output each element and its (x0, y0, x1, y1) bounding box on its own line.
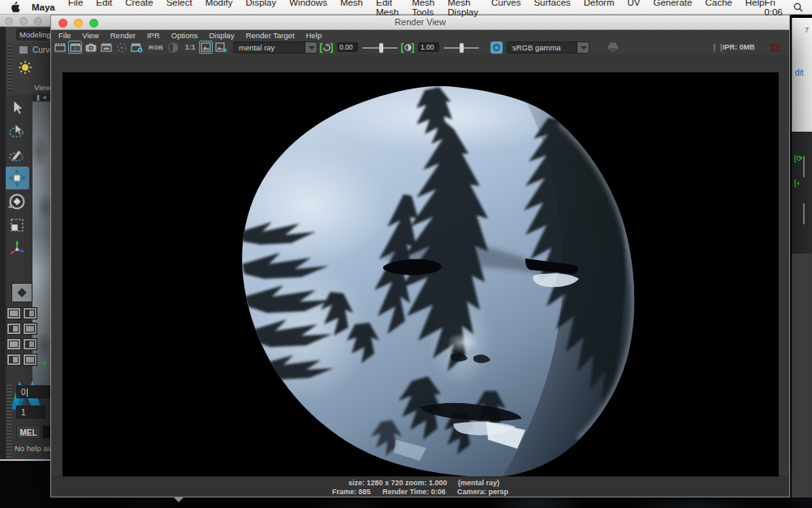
shelf-tab-icon[interactable] (19, 46, 28, 54)
os-menu-item[interactable]: UV (628, 0, 641, 17)
os-menu-item[interactable]: Surfaces (533, 0, 570, 17)
renderer-dropdown[interactable]: mental ray (233, 41, 317, 54)
window-title: Render View (51, 17, 789, 27)
apple-menu-icon[interactable] (10, 2, 20, 13)
inactive-minimize-button[interactable] (19, 17, 28, 25)
layout-four-pane-button[interactable] (6, 307, 21, 319)
os-menu-item[interactable]: Cache (705, 0, 732, 17)
display-contrast-icon[interactable]: [] (400, 41, 415, 54)
colorspace-dropdown[interactable]: sRGB gamma (507, 41, 590, 54)
paint-select-tool-button[interactable] (5, 143, 29, 166)
os-menu-item[interactable]: Select (166, 0, 192, 17)
layout-two-pane-button[interactable] (23, 307, 37, 319)
render-view-menu-item[interactable]: Render (110, 31, 136, 40)
lasso-select-tool-button[interactable] (5, 119, 29, 142)
render-view-menu-item[interactable]: Options (171, 31, 198, 40)
real-size-button[interactable]: 1:1 (185, 43, 196, 51)
render-region-icon[interactable] (68, 41, 82, 54)
snapshot-icon[interactable] (84, 41, 97, 54)
toolbar-icon-group: RGB 1:1 (53, 41, 230, 54)
os-menu-item[interactable]: File (68, 0, 84, 17)
layout-hypershade-button[interactable] (23, 338, 37, 350)
background-window-edge: 7 dit [⟳ [◐ (792, 15, 812, 497)
background-contrast-icon[interactable]: [◐ (794, 179, 801, 187)
contrast-field[interactable]: 1.00 (418, 42, 439, 52)
scale-tool-button[interactable] (5, 214, 29, 237)
os-menu-item[interactable]: Mesh Tools (412, 0, 434, 17)
menu-app-name[interactable]: Maya (32, 2, 55, 12)
move-tool-button[interactable] (5, 167, 29, 189)
os-menu-item[interactable]: Curves (491, 0, 520, 17)
contrast-slider-knob[interactable] (460, 43, 464, 53)
menuset-dropdown[interactable]: Modeling (16, 28, 51, 41)
os-menu-item[interactable]: Deform (584, 0, 615, 17)
menubar-clock[interactable]: Fri 0:06 (764, 0, 782, 17)
display-exposure-icon[interactable]: [] (319, 41, 334, 54)
panel-drag-handles[interactable] (6, 384, 12, 458)
rendered-image-canvas[interactable] (63, 72, 779, 476)
render-view-menu-item[interactable]: IPR (147, 31, 160, 40)
layout-extra-button[interactable] (23, 354, 37, 366)
sun-light-icon[interactable] (18, 60, 32, 75)
background-edit-link[interactable]: dit (795, 68, 804, 77)
last-tool-axis-icon[interactable] (5, 237, 29, 260)
os-menu-item[interactable]: Create (125, 0, 153, 17)
render-view-menu-item[interactable]: View (82, 31, 98, 40)
status-renderer-note: (mental ray) (458, 479, 499, 487)
inactive-zoom-button[interactable] (34, 17, 42, 25)
render-settings-icon[interactable] (130, 41, 144, 54)
print-icon[interactable] (606, 41, 620, 54)
rgb-channels-button[interactable]: RGB (149, 44, 163, 51)
render-view-menu-item[interactable]: Help (306, 31, 322, 40)
spotlight-search-icon[interactable] (793, 2, 803, 12)
os-menu-item[interactable]: Mesh Display (447, 0, 478, 17)
ipr-render-icon[interactable] (114, 41, 128, 54)
os-menu-item[interactable]: Help (745, 0, 765, 17)
inactive-close-button[interactable] (5, 17, 13, 25)
command-line-language-toggle[interactable]: MEL (16, 425, 41, 439)
layout-persp-outliner-button[interactable] (6, 323, 21, 335)
os-menu-item[interactable]: Modify (205, 0, 233, 17)
layout-persp-graph-button[interactable] (6, 338, 21, 350)
render-sequence-icon[interactable] (99, 41, 113, 54)
render-view-menu-item[interactable]: Render Target (246, 31, 295, 40)
render-view-menu-item[interactable]: File (58, 31, 71, 40)
render-view-titlebar[interactable]: Render View (51, 15, 789, 30)
remove-image-icon[interactable] (214, 41, 228, 54)
os-menu-item[interactable]: Mesh (340, 0, 363, 17)
viewport-camera-icon[interactable]: ❚◄ (32, 93, 51, 102)
background-slider-2[interactable] (803, 203, 805, 224)
ipr-stop-button[interactable] (771, 44, 779, 51)
range-start-field[interactable]: 0 (16, 385, 50, 398)
background-panel-strip (792, 254, 812, 497)
os-menu-item[interactable]: Edit Mesh (376, 0, 399, 17)
os-menu-item[interactable]: Edit (96, 0, 112, 17)
contrast-slider[interactable] (443, 47, 479, 49)
render-view-body (51, 54, 789, 476)
redo-previous-render-icon[interactable] (53, 41, 67, 54)
render-view-menu-item[interactable]: Display (209, 31, 235, 40)
range-end-field[interactable]: 1 (16, 406, 45, 419)
viewport-panel-menu-label[interactable]: View (34, 83, 50, 92)
layout-pane-button[interactable] (23, 323, 37, 335)
background-exposure-icon[interactable]: [⟳ (794, 154, 803, 163)
maya-main-titlebar[interactable] (0, 15, 51, 27)
color-management-icon[interactable] (490, 41, 503, 54)
layout-single-pane-button[interactable] (11, 283, 32, 302)
os-menu-item[interactable]: Generate (653, 0, 692, 17)
alpha-channel-icon[interactable] (166, 41, 180, 54)
background-slider[interactable] (803, 156, 805, 177)
select-tool-button[interactable] (5, 96, 29, 119)
exposure-slider-knob[interactable] (379, 43, 383, 53)
os-menu-item[interactable]: Windows (289, 0, 327, 17)
layout-uv-editor-button[interactable] (6, 354, 21, 366)
shelf-drag-handle[interactable] (7, 46, 13, 91)
os-menu-item[interactable]: Display (246, 0, 277, 17)
keep-image-icon[interactable] (199, 41, 213, 54)
exposure-field[interactable]: 0.00 (337, 42, 358, 52)
window-resize-notch[interactable] (173, 497, 184, 502)
rotate-tool-button[interactable] (5, 190, 29, 213)
background-page-number: 7 (805, 26, 809, 34)
screen: Modeling Curve View ❚◄ (0, 0, 812, 508)
exposure-slider[interactable] (362, 47, 398, 49)
